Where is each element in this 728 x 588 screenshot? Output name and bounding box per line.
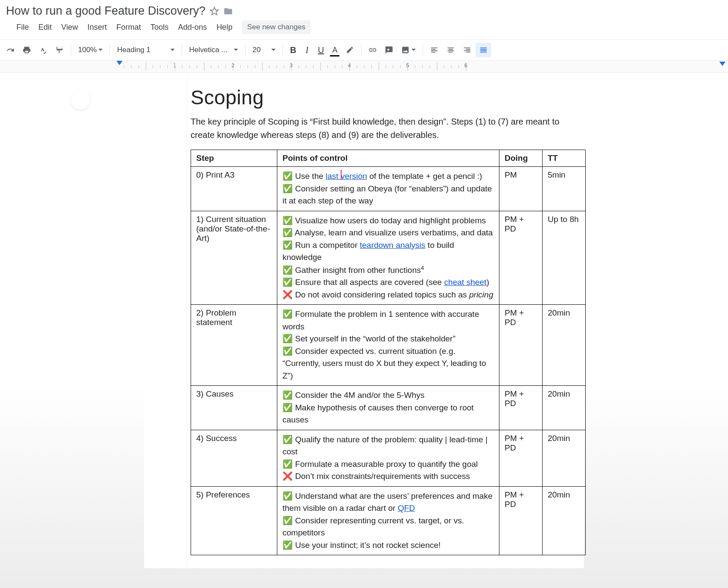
menu-view[interactable]: View: [57, 21, 82, 34]
point-line[interactable]: ✅ Consider setting an Obeya (for “enable…: [282, 183, 494, 207]
check-icon: ✅: [282, 310, 293, 319]
align-justify-icon[interactable]: [476, 43, 491, 57]
point-line[interactable]: ✅ Formulate a measurable proxy to quanti…: [282, 458, 494, 471]
cell-step[interactable]: 1) Current situation (and/or State-of-th…: [191, 211, 277, 305]
ruler[interactable]: 123456: [0, 61, 728, 73]
cell-points[interactable]: ✅ Formulate the problem in 1 sentence wi…: [277, 305, 499, 386]
col-step[interactable]: Step: [191, 150, 277, 167]
point-line[interactable]: ✅ Make hypothesis of causes then converg…: [282, 402, 494, 426]
menu-help[interactable]: Help: [212, 21, 237, 34]
check-icon: ✅: [282, 172, 293, 181]
font-family-dropdown[interactable]: Helvetica ...: [185, 43, 242, 57]
cell-step[interactable]: 5) Preferences: [191, 486, 277, 555]
cell-doing[interactable]: PM + PD: [499, 430, 543, 486]
format-paint-icon[interactable]: [52, 43, 67, 57]
point-line[interactable]: ✅ Consider the 4M and/or the 5-Whys: [282, 389, 494, 402]
see-new-changes-chip[interactable]: See new changes: [242, 20, 311, 34]
cell-doing[interactable]: PM: [499, 167, 543, 211]
point-line[interactable]: ✅ Consider representing current vs. targ…: [282, 515, 494, 539]
cell-step[interactable]: 2) Problem statement: [191, 305, 277, 386]
zoom-dropdown[interactable]: 100%: [75, 43, 106, 57]
point-line[interactable]: ✅ Qualify the nature of the problem: qua…: [282, 434, 494, 458]
col-points[interactable]: Points of control: [277, 150, 499, 167]
doc-link[interactable]: cheat sheet: [444, 278, 486, 287]
spellcheck-icon[interactable]: [35, 43, 51, 57]
paragraph-style-dropdown[interactable]: Heading 1: [113, 43, 178, 57]
cell-tt[interactable]: 20min: [543, 486, 586, 555]
intro-paragraph[interactable]: The key principle of Scoping is “First b…: [191, 115, 572, 142]
cell-tt[interactable]: 20min: [543, 430, 586, 486]
cell-points[interactable]: ✅ Qualify the nature of the problem: qua…: [277, 430, 499, 486]
menu-format[interactable]: Format: [112, 21, 145, 34]
cell-points[interactable]: ✅ Visualize how users do today and highl…: [277, 211, 499, 305]
doc-link[interactable]: last version: [326, 172, 367, 181]
menu-file[interactable]: File: [12, 21, 33, 34]
menu-insert[interactable]: Insert: [83, 21, 111, 34]
point-line[interactable]: ✅ Analyse, learn and visualize users ver…: [282, 227, 494, 239]
point-line[interactable]: ✅ Visualize how users do today and highl…: [282, 215, 494, 227]
check-icon: ✅: [282, 403, 293, 412]
cell-step[interactable]: 3) Causes: [191, 386, 277, 430]
cell-points[interactable]: ✅ Use the last version of the template +…: [277, 167, 499, 211]
point-line[interactable]: ✅ Set yourself in the “world of the stak…: [282, 333, 494, 345]
point-line[interactable]: ❌ Do not avoid considering related topic…: [282, 289, 494, 301]
cell-points[interactable]: ✅ Understand what are the users’ prefere…: [277, 486, 499, 555]
cell-tt[interactable]: 20min: [543, 305, 586, 386]
align-right-icon[interactable]: [459, 43, 475, 57]
point-line[interactable]: ✅ Run a competitor teardown analysis to …: [282, 239, 494, 264]
col-tt[interactable]: TT: [543, 150, 586, 167]
redo-icon[interactable]: [3, 43, 18, 57]
indent-marker-icon[interactable]: [116, 61, 122, 65]
point-line[interactable]: ✅ Use the last version of the template +…: [282, 170, 494, 183]
highlight-icon[interactable]: [342, 43, 358, 57]
point-line[interactable]: ✅ Consider expected vs. current situatio…: [282, 345, 494, 382]
cell-doing[interactable]: PM + PD: [499, 486, 543, 555]
print-icon[interactable]: [19, 43, 35, 57]
cell-doing[interactable]: PM + PD: [499, 305, 543, 386]
document-canvas[interactable]: Scoping The key principle of Scoping is …: [0, 73, 728, 588]
point-line[interactable]: ✅ Use your instinct; it’s not rocket sci…: [282, 539, 494, 552]
table-row: 4) Success✅ Qualify the nature of the pr…: [191, 430, 586, 486]
star-icon[interactable]: [210, 6, 219, 16]
footnote-ref[interactable]: 4: [421, 265, 424, 271]
underline-button[interactable]: U: [314, 43, 327, 57]
text-color-button[interactable]: A: [328, 43, 341, 57]
cell-tt[interactable]: Up to 8h: [543, 211, 586, 305]
col-doing[interactable]: Doing: [499, 150, 543, 167]
folder-icon[interactable]: [223, 6, 233, 16]
cell-tt[interactable]: 5min: [543, 167, 586, 211]
point-line[interactable]: ✅ Gather insight from other functions4: [282, 264, 494, 277]
doc-link[interactable]: QFD: [398, 504, 415, 513]
point-line[interactable]: ❌ Don’t mix constraints/requirements wit…: [282, 470, 494, 483]
cell-doing[interactable]: PM + PD: [499, 386, 543, 430]
point-line[interactable]: ✅ Ensure that all aspects are covered (s…: [282, 276, 494, 289]
cell-points[interactable]: ✅ Consider the 4M and/or the 5-Whys✅ Mak…: [277, 386, 499, 430]
menu-tools[interactable]: Tools: [146, 21, 173, 34]
italic-button[interactable]: I: [301, 43, 314, 57]
doc-link[interactable]: teardown analysis: [360, 241, 425, 250]
add-comment-icon[interactable]: [381, 43, 397, 57]
cell-step[interactable]: 0) Print A3: [191, 167, 277, 211]
align-center-icon[interactable]: [443, 43, 458, 57]
right-margin-marker-icon[interactable]: [719, 62, 725, 66]
explore-fab[interactable]: [71, 90, 91, 110]
align-left-icon[interactable]: [427, 43, 442, 57]
point-line[interactable]: ✅ Understand what are the users’ prefere…: [282, 490, 494, 515]
font-size-dropdown[interactable]: 20: [249, 43, 279, 57]
check-icon: ✅: [282, 391, 293, 400]
emphasis-text[interactable]: pricing: [469, 290, 493, 299]
cell-doing[interactable]: PM + PD: [499, 211, 543, 305]
bold-button[interactable]: B: [286, 43, 299, 57]
doc-title[interactable]: How to run a good Feature Discovery?: [6, 4, 205, 18]
scoping-table[interactable]: Step Points of control Doing TT 0) Print…: [191, 150, 586, 555]
insert-link-icon[interactable]: [365, 43, 380, 57]
page-title[interactable]: Scoping: [191, 86, 572, 109]
page[interactable]: Scoping The key principle of Scoping is …: [144, 73, 584, 568]
menu-addons[interactable]: Add-ons: [174, 21, 211, 34]
cell-step[interactable]: 4) Success: [191, 430, 277, 486]
cell-tt[interactable]: 20min: [543, 386, 586, 430]
insert-image-dropdown[interactable]: [398, 43, 419, 57]
left-margin-guide: [144, 73, 187, 568]
menu-edit[interactable]: Edit: [34, 21, 56, 34]
point-line[interactable]: ✅ Formulate the problem in 1 sentence wi…: [282, 308, 494, 333]
